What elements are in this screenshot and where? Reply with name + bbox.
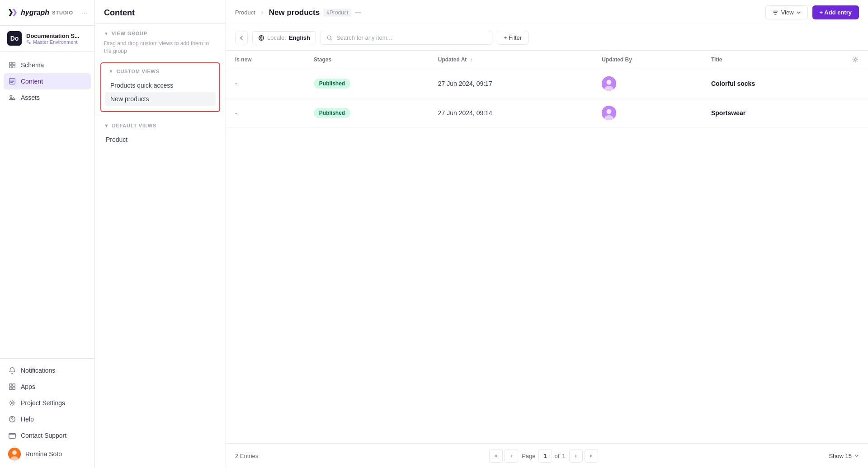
table-row[interactable]: - Published 27 Jun 2024, 09:17 (226, 69, 868, 98)
svg-rect-15 (9, 434, 15, 439)
more-options-icon[interactable]: ··· (82, 9, 87, 16)
column-settings-icon (852, 56, 859, 63)
sidebar-item-schema[interactable]: Schema (4, 57, 91, 73)
more-dots-icon[interactable] (355, 9, 361, 16)
next-page-button[interactable]: › (569, 449, 583, 463)
svg-point-7 (10, 95, 12, 98)
show-select[interactable]: Show 15 (829, 453, 859, 459)
locale-value: English (289, 34, 310, 41)
sidebar-item-contact-support[interactable]: Contact Support (4, 427, 91, 444)
svg-rect-9 (13, 384, 15, 386)
svg-point-26 (607, 80, 612, 85)
table-row[interactable]: - Published 27 Jun 2024, 09:14 (226, 98, 868, 128)
content-panel: Content ▼ VIEW GROUP Drag and drop custo… (95, 0, 226, 468)
svg-point-21 (359, 12, 361, 13)
svg-rect-8 (9, 384, 12, 386)
cell-title-1: Colorful socks (702, 69, 843, 98)
workspace-environment: Master Environment (26, 39, 80, 45)
sidebar-item-content[interactable]: Content (4, 73, 91, 89)
view-item-product[interactable]: Product (104, 133, 217, 146)
user-profile-item[interactable]: Romina Soto (4, 444, 91, 464)
collapse-button[interactable] (235, 32, 248, 44)
avatar (8, 448, 21, 460)
user-name-label: Romina Soto (25, 450, 62, 458)
pagination: 2 Entries « ‹ Page 1 of 1 › » Show 15 (226, 443, 868, 468)
user-avatar-image (8, 448, 21, 460)
main-nav: Schema Content Assets (0, 51, 94, 211)
sidebar-item-notifications[interactable]: Notifications (4, 362, 91, 379)
sidebar-item-label-schema: Schema (21, 61, 44, 69)
prev-page-button[interactable]: ‹ (505, 449, 518, 463)
content-panel-header: Content (95, 0, 226, 23)
hygraph-logo-icon (7, 7, 18, 18)
svg-point-20 (358, 12, 359, 13)
page-title: New products (269, 8, 320, 17)
content-icon (8, 77, 16, 85)
notifications-icon (8, 366, 16, 374)
logo-text: hygraph (21, 9, 49, 17)
search-bar[interactable]: Search for any item... (321, 31, 492, 45)
of-text: of (555, 453, 560, 459)
view-item-new-products[interactable]: New products (105, 92, 216, 106)
svg-point-19 (356, 12, 357, 13)
breadcrumb-parent: Product (235, 9, 255, 16)
filter-button[interactable]: + Filter (497, 31, 528, 45)
main-header: Product New products #Product View (226, 0, 868, 25)
sidebar-item-help[interactable]: Help (4, 411, 91, 427)
total-pages: 1 (562, 453, 565, 459)
custom-views-section: ▼ CUSTOM VIEWS Products quick access New… (100, 62, 220, 112)
workspace-avatar: Do (7, 31, 22, 46)
view-button[interactable]: View (765, 5, 808, 19)
workspace-info: Documentation S... Master Environment (26, 33, 80, 45)
default-views-section: ▼ DEFAULT VIEWS Product (95, 116, 226, 150)
workspace-block[interactable]: Do Documentation S... Master Environment (0, 26, 94, 51)
chevron-down-icon: ▼ (104, 31, 109, 36)
collapse-icon (239, 35, 244, 41)
add-entry-button[interactable]: + Add entry (812, 5, 859, 19)
last-page-button[interactable]: » (585, 449, 598, 463)
sidebar-item-label-project-settings: Project Settings (21, 399, 65, 407)
svg-point-24 (854, 59, 856, 61)
cell-is-new-2: - (226, 98, 305, 128)
chevron-down-icon-show (854, 454, 859, 458)
view-group-section: ▼ VIEW GROUP Drag and drop custom views … (95, 23, 226, 59)
settings-icon (8, 399, 16, 407)
svg-rect-3 (13, 62, 15, 65)
svg-point-14 (12, 421, 12, 421)
svg-rect-10 (9, 387, 12, 389)
sidebar-item-label-help: Help (21, 416, 34, 423)
entry-title: Sportswear (711, 109, 745, 117)
schema-icon (8, 61, 16, 69)
svg-rect-2 (9, 62, 12, 65)
svg-rect-5 (13, 66, 15, 68)
table-header-row: Is new Stages Updated At ↕ Updated By Ti… (226, 51, 868, 69)
breadcrumb-hash: #Product (323, 9, 351, 17)
cell-stage-1: Published (305, 69, 429, 98)
main-area: Product New products #Product View (226, 0, 868, 468)
col-updated-at[interactable]: Updated At ↕ (429, 51, 593, 69)
locale-selector[interactable]: Locale: English (252, 31, 316, 44)
show-label: Show 15 (829, 453, 852, 459)
status-badge: Published (314, 108, 350, 118)
svg-point-1 (29, 42, 30, 44)
svg-point-12 (11, 402, 14, 404)
sidebar-item-project-settings[interactable]: Project Settings (4, 395, 91, 411)
col-updated-by: Updated By (593, 51, 702, 69)
avatar (602, 76, 616, 91)
contact-support-icon (8, 431, 16, 440)
avatar (602, 106, 616, 120)
first-page-button[interactable]: « (489, 449, 503, 463)
chevron-down-icon-view (797, 10, 801, 15)
default-views-label: ▼ DEFAULT VIEWS (104, 123, 217, 128)
page-text: Page (522, 453, 535, 459)
page-label: Page 1 of 1 (522, 449, 565, 463)
cell-actions-1 (843, 69, 868, 98)
col-settings[interactable] (843, 51, 868, 69)
view-item-products-quick-access[interactable]: Products quick access (105, 79, 216, 92)
locale-label: Locale: (267, 34, 286, 41)
sidebar-item-apps[interactable]: Apps (4, 379, 91, 395)
header-actions: View + Add entry (765, 5, 859, 19)
sidebar-item-assets[interactable]: Assets (4, 89, 91, 106)
chevron-down-icon-custom: ▼ (108, 69, 114, 74)
svg-point-17 (12, 450, 17, 455)
